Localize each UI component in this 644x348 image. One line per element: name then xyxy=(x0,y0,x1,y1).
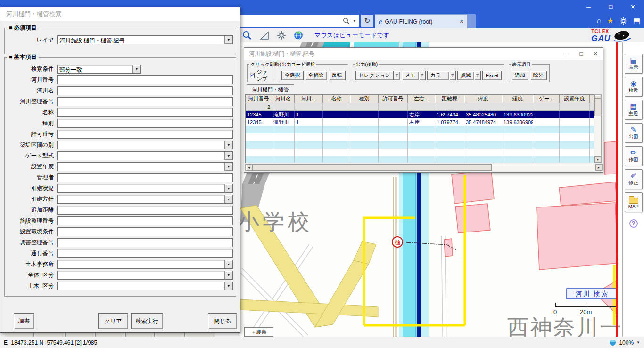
scroll-right-icon[interactable]: ► xyxy=(595,164,602,171)
jump-checkbox[interactable]: ✔ジャンプ xyxy=(250,68,272,83)
column-header[interactable]: 種別 xyxy=(350,95,379,103)
tab-close-icon[interactable]: ✕ xyxy=(460,18,464,25)
layer-combobox[interactable]: 河川施設.樋門・樋管.記号 ▼ xyxy=(57,35,233,44)
search-field-combobox[interactable]: ▼ xyxy=(57,195,233,204)
search-field-combobox[interactable]: ▼ xyxy=(57,271,233,280)
map-tab-agriculture[interactable]: ＋農業 xyxy=(244,327,273,337)
column-header[interactable]: 設置年度 xyxy=(560,95,590,103)
search-field-combobox[interactable]: ▼ xyxy=(57,162,233,171)
result-maximize-button[interactable]: □ xyxy=(574,48,588,60)
action-button[interactable]: 除外 xyxy=(530,71,547,80)
column-header[interactable]: 距離標 xyxy=(435,95,464,103)
search-field-combobox[interactable]: ▼ xyxy=(57,260,233,269)
result-tab[interactable]: 河川樋門・樋管 xyxy=(247,84,294,94)
sidebar-item-draw[interactable]: ✏作図 xyxy=(625,146,643,166)
search-field-input[interactable] xyxy=(57,238,233,247)
search-field-input[interactable] xyxy=(57,97,233,106)
sidebar-item-edit[interactable]: ✐修正 xyxy=(625,169,643,189)
action-button[interactable]: カラー xyxy=(427,71,450,80)
minimize-button[interactable]: ─ xyxy=(578,0,600,13)
help-button[interactable]: ? xyxy=(629,219,638,228)
execute-search-button[interactable]: 検索実行 xyxy=(131,313,163,329)
search-field-combobox[interactable]: 部分一致▼ xyxy=(57,65,141,74)
address-bar[interactable]: ▼ xyxy=(236,15,359,27)
sidebar-item-map-folder[interactable]: MAP xyxy=(625,192,643,212)
chevron-down-icon[interactable]: ▼ xyxy=(224,163,232,171)
refresh-button[interactable]: ↻ xyxy=(361,15,373,27)
search-field-combobox[interactable]: ▼ xyxy=(57,151,233,160)
search-field-input[interactable] xyxy=(57,216,233,225)
zoom-tool-icon[interactable] xyxy=(242,30,252,41)
column-header[interactable]: 河川名 xyxy=(272,95,295,103)
result-window-titlebar[interactable]: 河川施設.樋門・樋管.記号 ─ □ ✕ xyxy=(244,48,603,60)
search-field-input[interactable] xyxy=(57,227,233,236)
globe-icon[interactable] xyxy=(293,30,304,41)
table-row[interactable]: 12345滝野川1右岸1.69743435.48025480139.630092… xyxy=(246,111,594,118)
search-field-input[interactable] xyxy=(57,75,233,84)
dropdown-arrow-icon[interactable]: ▽ xyxy=(394,71,400,80)
tools-icon[interactable]: ▤ xyxy=(633,17,640,25)
column-header[interactable]: 許可番号 xyxy=(379,95,408,103)
scrollbar-thumb[interactable] xyxy=(594,98,601,116)
chevron-down-icon[interactable]: ▼ xyxy=(636,340,640,345)
new-tab-stub[interactable] xyxy=(468,14,476,28)
sidebar-item-search[interactable]: ◉検索 xyxy=(625,77,643,97)
action-button[interactable]: 追加 xyxy=(512,71,528,80)
sidebar-item-plot-output[interactable]: ✎出図 xyxy=(625,123,643,143)
search-dialog-titlebar[interactable]: 河川樋門・樋管検索 xyxy=(0,7,240,21)
column-header[interactable]: 緯度 xyxy=(464,95,502,103)
sidebar-item-display[interactable]: ▤表示 xyxy=(625,54,643,74)
settings-gear-icon[interactable] xyxy=(619,17,627,25)
measure-ruler-icon[interactable] xyxy=(259,30,270,41)
chevron-down-icon[interactable]: ▼ xyxy=(224,36,232,44)
scroll-left-icon[interactable]: ◄ xyxy=(246,164,252,171)
dropdown-arrow-icon[interactable]: ▽ xyxy=(419,71,426,80)
favorites-star-icon[interactable]: ★ xyxy=(607,17,614,25)
horizontal-scrollbar[interactable]: ◄ ► xyxy=(245,164,603,171)
action-button[interactable]: 点滅 xyxy=(457,71,474,80)
column-header[interactable]: 左右... xyxy=(408,95,435,103)
zoom-level[interactable]: 100% xyxy=(619,340,634,346)
clear-button[interactable]: クリア xyxy=(98,313,128,329)
search-field-combobox[interactable]: ▼ xyxy=(57,184,233,193)
action-button[interactable]: 全解除 xyxy=(305,71,327,80)
action-button[interactable]: 全選択 xyxy=(281,71,304,80)
close-button[interactable]: ✕ xyxy=(622,0,644,13)
browser-tab[interactable]: e GAU-FILING (root) ✕ xyxy=(375,14,468,28)
search-field-input[interactable] xyxy=(57,86,233,95)
chevron-down-icon[interactable]: ▼ xyxy=(224,141,232,149)
search-field-input[interactable] xyxy=(57,130,233,139)
action-button[interactable]: メモ xyxy=(402,71,419,80)
search-field-input[interactable] xyxy=(57,206,233,215)
search-field-combobox[interactable]: ▼ xyxy=(57,282,233,290)
search-field-combobox[interactable]: ▼ xyxy=(57,141,233,149)
result-minimize-button[interactable]: ─ xyxy=(560,48,574,60)
column-header[interactable]: 河川... xyxy=(295,95,323,103)
scrollbar-thumb[interactable] xyxy=(252,164,492,171)
chevron-down-icon[interactable]: ▼ xyxy=(353,19,356,23)
column-header[interactable]: 経度 xyxy=(502,95,533,103)
action-button[interactable]: Excel xyxy=(482,71,502,80)
close-dialog-button[interactable]: 閉じる xyxy=(208,313,237,329)
column-header[interactable]: 河川番号 xyxy=(246,95,272,103)
dropdown-arrow-icon[interactable]: ▽ xyxy=(449,71,456,80)
scroll-down-icon[interactable]: ▼ xyxy=(594,156,601,163)
sidebar-item-theme[interactable]: ▦主題 xyxy=(625,100,643,120)
dropdown-arrow-icon[interactable]: ▽ xyxy=(474,71,481,80)
chevron-down-icon[interactable]: ▼ xyxy=(224,271,232,279)
zoom-globe-icon[interactable] xyxy=(609,339,616,346)
search-field-input[interactable] xyxy=(57,119,233,128)
search-field-input[interactable] xyxy=(57,173,233,182)
result-close-button[interactable]: ✕ xyxy=(588,48,603,60)
search-field-input[interactable] xyxy=(57,108,233,117)
action-button[interactable]: 反転 xyxy=(329,71,346,80)
home-icon[interactable]: ⌂ xyxy=(597,17,602,25)
chevron-down-icon[interactable]: ▼ xyxy=(224,282,232,290)
table-row[interactable]: 12345滝野川1右岸1.07977435.47484974139.630690… xyxy=(246,118,594,126)
chevron-down-icon[interactable]: ▼ xyxy=(224,152,232,160)
action-button[interactable]: セレクション xyxy=(355,71,394,80)
column-header[interactable]: ゲー... xyxy=(533,95,560,103)
settings-gear-icon[interactable] xyxy=(277,31,286,40)
chevron-down-icon[interactable]: ▼ xyxy=(224,195,232,203)
chevron-down-icon[interactable]: ▼ xyxy=(224,260,232,268)
